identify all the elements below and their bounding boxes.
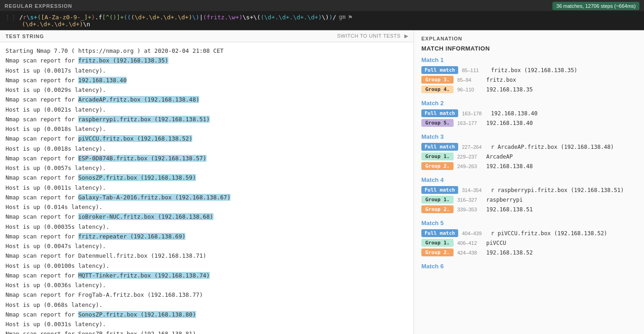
right-panel: EXPLANATION MATCH INFORMATION Match 1Ful… [414, 30, 644, 334]
match-value-4-2: raspberrypi [486, 197, 523, 203]
match-badge-4-3: Group 2. [421, 205, 454, 213]
match-block-2: Match 2Full match163–178192.168.138.40Gr… [421, 100, 637, 127]
match-range-1-2: 85–94 [457, 77, 483, 83]
match-range-2-1: 163–178 [462, 111, 487, 116]
match-row-3-2: Group 1.229–237ArcadeAP [421, 153, 637, 160]
match-badge-2-1: Full match [421, 109, 458, 117]
match-row-5-3: Group 2.424–438192.168.138.52 [421, 249, 637, 256]
test-string-area[interactable]: Starting Nmap 7.70 ( https://nmap.org ) … [0, 42, 414, 334]
match-value-3-1: r ArcadeAP.fritz.box (192.168.138.48) [491, 144, 614, 150]
regex-label: REGULAR EXPRESSION [5, 3, 72, 9]
match-badge-3-2: Group 1. [421, 153, 454, 160]
match-range-1-3: 96–110 [457, 87, 483, 92]
regex-token-dot-f: .f [95, 14, 102, 21]
match-range-2-2: 163–177 [457, 120, 483, 126]
match-title-3: Match 3 [421, 133, 637, 140]
match-value-4-1: r raspberrypi.fritz.box (192.168.138.51) [491, 187, 624, 193]
match-badge-5-1: Full match [421, 229, 458, 237]
regex-token-group-char: ( [37, 14, 41, 21]
match-value-1-3: 192.168.138.35 [486, 86, 533, 93]
match-row-2-1: Full match163–178192.168.138.40 [421, 109, 637, 117]
match-title-1: Match 1 [421, 57, 637, 63]
regex-token-dot1: ) [92, 14, 95, 21]
match-block-6: Match 6 [421, 263, 637, 270]
match-badge-5-3: Group 2. [421, 249, 454, 256]
match-title-6: Match 6 [421, 263, 637, 270]
match-value-4-3: 192.168.138.51 [486, 206, 533, 213]
regex-token-plus: + [88, 14, 92, 21]
explanation-label: EXPLANATION [421, 36, 637, 41]
match-value-5-3: 192.168.138.52 [486, 249, 533, 256]
match-block-5: Match 5Full match404–439r piVCCU.fritz.b… [421, 220, 637, 256]
match-range-1-1: 85–111 [462, 68, 487, 73]
match-row-4-3: Group 2.339–353192.168.138.51 [421, 205, 637, 213]
match-row-3-1: Full match227–264r ArcadeAP.fritz.box (1… [421, 143, 637, 151]
match-range-3-2: 229–237 [457, 154, 483, 159]
match-range-5-1: 404–439 [462, 231, 487, 236]
match-block-3: Match 3Full match227–264r ArcadeAP.fritz… [421, 133, 637, 170]
match-value-2-1: 192.168.138.40 [491, 110, 537, 117]
match-value-5-2: piVCCU [486, 240, 506, 246]
match-range-4-1: 314–354 [462, 187, 487, 193]
match-badge-3-3: Group 2. [421, 162, 454, 170]
match-title-2: Match 2 [421, 100, 637, 107]
match-row-1-3: Group 4.96–110192.168.138.35 [421, 85, 637, 93]
match-block-1: Match 1Full match85–111fritz.box (192.16… [421, 57, 637, 93]
test-string-label: TEST STRING [6, 34, 44, 39]
match-value-3-3: 192.168.138.48 [486, 163, 533, 170]
match-value-5-1: r piVCCU.fritz.box (192.168.138.52) [491, 230, 607, 237]
regex-token-charset: [A-Za-z0-9-_] [41, 14, 88, 21]
regex-token-paren1: (( [124, 14, 131, 21]
match-range-5-3: 424–438 [457, 250, 483, 255]
regex-flags: gm ⚑ [339, 13, 352, 21]
switch-unit-tests-button[interactable]: SWITCH TO UNIT TESTS ▶ [337, 33, 408, 39]
test-string-header: TEST STRING SWITCH TO UNIT TESTS ▶ [0, 30, 414, 42]
match-range-4-2: 316–327 [457, 197, 483, 203]
left-panel: TEST STRING SWITCH TO UNIT TESTS ▶ Start… [0, 30, 414, 334]
match-badge-1-1: Full match [421, 66, 458, 74]
match-badge-2-2: Group 5. [421, 119, 454, 127]
regex-match-badge: 36 matches, 12706 steps (~664ms) [552, 2, 639, 10]
match-value-3-2: ArcadeAP [486, 153, 513, 160]
match-row-5-1: Full match404–439r piVCCU.fritz.box (192… [421, 229, 637, 237]
match-row-2-2: Group 5.163–177192.168.138.40 [421, 119, 637, 127]
match-info-label: MATCH INFORMATION [421, 45, 637, 52]
regex-token-s: \s+ [27, 14, 37, 21]
match-badge-5-2: Group 1. [421, 239, 454, 247]
match-row-3-3: Group 2.249–263192.168.138.48 [421, 162, 637, 170]
match-badge-4-2: Group 1. [421, 196, 454, 204]
match-value-1-1: fritz.box (192.168.138.35) [491, 67, 577, 74]
regex-drag-handle: ⋮⋮ [5, 14, 17, 21]
match-badge-1-3: Group 4. [421, 85, 454, 93]
match-range-3-3: 249–263 [457, 164, 483, 169]
regex-close-delim: / [333, 14, 336, 21]
matches-container: Match 1Full match85–111fritz.box (192.16… [421, 57, 637, 276]
regex-token-r: r [23, 14, 27, 21]
match-badge-3-1: Full match [421, 143, 458, 151]
switch-arrow-icon: ▶ [404, 33, 408, 39]
regex-flag-icon: ⚑ [348, 13, 352, 21]
match-row-1-1: Full match85–111fritz.box (192.168.138.3… [421, 66, 637, 74]
match-row-4-2: Group 1.316–327raspberrypi [421, 196, 637, 204]
regex-token-bracket: [^() [102, 14, 116, 21]
match-block-4: Match 4Full match314–354r raspberrypi.fr… [421, 176, 637, 213]
match-badge-4-1: Full match [421, 186, 458, 194]
match-value-1-2: fritz.box [486, 77, 516, 83]
match-title-4: Match 4 [421, 176, 637, 183]
match-range-3-1: 227–264 [462, 144, 487, 150]
match-title-5: Match 5 [421, 220, 637, 226]
match-row-1-2: Group 3.85–94fritz.box [421, 76, 637, 84]
match-row-5-2: Group 1.406–412piVCCU [421, 239, 637, 247]
match-row-4-1: Full match314–354r raspberrypi.fritz.box… [421, 186, 637, 194]
regex-open-delim: / [19, 14, 23, 21]
regex-input[interactable]: ⋮⋮ / r \s+ ( [A-Za-z0-9-_] + ) .f [^() ]… [0, 11, 644, 30]
match-range-4-3: 339–353 [457, 207, 483, 212]
match-badge-1-2: Group 3. [421, 76, 454, 84]
match-value-2-2: 192.168.138.40 [486, 120, 533, 126]
match-range-5-2: 406–412 [457, 240, 483, 246]
